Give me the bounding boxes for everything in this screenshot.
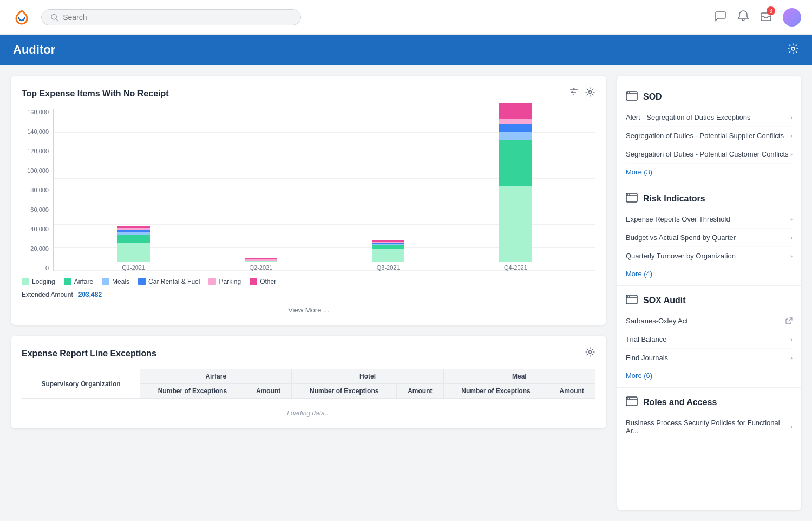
nav-item-find-journals-label: Find Journals xyxy=(626,354,668,362)
risk-more-link[interactable]: More (4) xyxy=(626,265,793,279)
roles-icon xyxy=(626,396,638,408)
nav-item-find-journals[interactable]: Find Journals › xyxy=(626,349,793,367)
col-header-org: Supervisory Organization xyxy=(22,369,140,399)
nav-item-sarbanes[interactable]: Sarbanes-Oxley Act xyxy=(626,312,793,330)
chevron-right-icon: › xyxy=(790,252,793,260)
svg-point-26 xyxy=(627,398,628,399)
y-label-6: 120,000 xyxy=(27,148,49,154)
sod-icon xyxy=(626,91,638,103)
col-header-meal-exceptions: Number of Exceptions xyxy=(443,384,548,399)
svg-point-19 xyxy=(629,194,630,195)
svg-point-15 xyxy=(629,92,630,93)
sox-audit-heading: SOX Audit xyxy=(626,288,793,312)
q4-lodging xyxy=(499,186,532,262)
y-label-0: 0 xyxy=(45,265,49,271)
q4-meals xyxy=(499,132,532,140)
search-input[interactable] xyxy=(63,13,292,22)
sod-title: SOD xyxy=(643,92,662,102)
page-header: Auditor xyxy=(0,35,812,65)
q3-lodging xyxy=(372,249,404,262)
table-settings-icon[interactable] xyxy=(585,347,595,360)
col-header-airfare: Airfare xyxy=(140,369,292,384)
svg-point-10 xyxy=(589,91,592,94)
view-more-link[interactable]: View More ... xyxy=(22,306,595,314)
page-settings-icon[interactable] xyxy=(787,43,799,57)
roles-access-title: Roles and Access xyxy=(643,398,717,407)
q1-airfare xyxy=(117,235,150,243)
roles-access-heading: Roles and Access xyxy=(626,390,793,414)
q4-airfare xyxy=(499,140,532,186)
nav-item-trial-balance[interactable]: Trial Balance › xyxy=(626,330,793,349)
nav-item-sod-customer[interactable]: Segregation of Duties - Potential Custom… xyxy=(626,145,793,164)
chart-settings-icon[interactable] xyxy=(585,87,595,100)
nav-item-business-process-label: Business Process Security Policies for F… xyxy=(626,419,790,435)
svg-point-23 xyxy=(629,296,630,297)
svg-point-27 xyxy=(629,398,630,399)
chart-card: Top Expense Items With No Receipt xyxy=(11,76,606,325)
q1-lodging xyxy=(117,243,150,262)
nav-item-budget-actual-label: Budget vs Actual Spend by Quarter xyxy=(626,233,736,242)
top-navigation: 3 xyxy=(0,0,812,35)
roles-access-section: Roles and Access Business Process Securi… xyxy=(617,390,801,447)
search-bar[interactable] xyxy=(41,9,301,25)
svg-point-9 xyxy=(571,91,573,93)
y-label-8: 160,000 xyxy=(27,109,49,115)
nav-item-sod-supplier-label: Segregation of Duties - Potential Suppli… xyxy=(626,132,784,140)
chat-icon[interactable] xyxy=(715,10,726,24)
filter-icon[interactable] xyxy=(568,87,579,100)
nav-item-quarterly-turnover[interactable]: Quarterly Turnover by Organization › xyxy=(626,247,793,265)
extended-amount-row: Extended Amount 203,482 xyxy=(22,291,595,298)
right-panel: SOD Alert - Segregation of Duties Except… xyxy=(617,76,801,510)
y-label-1: 20,000 xyxy=(30,245,49,252)
q4-label: Q4-2021 xyxy=(504,264,527,271)
col-header-hotel-exceptions: Number of Exceptions xyxy=(292,384,397,399)
sox-audit-section: SOX Audit Sarbanes-Oxley Act Trial Balan… xyxy=(617,288,801,388)
table-row: Loading data... xyxy=(22,399,595,428)
svg-point-18 xyxy=(627,194,628,195)
extended-amount-label: Extended Amount xyxy=(22,291,73,298)
inbox-badge: 3 xyxy=(767,6,775,15)
q2-label: Q2-2021 xyxy=(249,264,272,271)
y-label-3: 60,000 xyxy=(30,206,49,213)
sox-more-link[interactable]: More (6) xyxy=(626,367,793,381)
table-title: Expense Report Line Exceptions xyxy=(22,349,156,359)
sod-more-link[interactable]: More (3) xyxy=(626,164,793,177)
legend-other: Other xyxy=(250,278,276,285)
svg-point-0 xyxy=(11,6,32,28)
chevron-right-icon: › xyxy=(790,151,793,158)
y-label-7: 140,000 xyxy=(27,128,49,135)
legend-lodging: Lodging xyxy=(22,278,55,285)
sod-section: SOD Alert - Segregation of Duties Except… xyxy=(617,84,801,184)
nav-item-sarbanes-label: Sarbanes-Oxley Act xyxy=(626,317,688,325)
nav-icons: 3 xyxy=(715,8,801,27)
nav-item-expense-threshold[interactable]: Expense Reports Over Threshold › xyxy=(626,210,793,229)
sox-audit-title: SOX Audit xyxy=(643,296,686,305)
left-panel: Top Expense Items With No Receipt xyxy=(11,76,606,510)
notification-icon[interactable] xyxy=(737,10,749,24)
extended-amount-value: 203,482 xyxy=(78,291,102,298)
svg-point-22 xyxy=(627,296,628,297)
inbox-icon[interactable]: 3 xyxy=(760,10,772,24)
user-avatar[interactable] xyxy=(783,8,801,27)
chevron-right-icon: › xyxy=(790,132,793,140)
q3-label: Q3-2021 xyxy=(377,264,400,271)
q2-lodging xyxy=(245,261,277,262)
search-icon xyxy=(50,13,58,22)
expense-table: Supervisory Organization Airfare Hotel M… xyxy=(22,369,595,428)
q3-airfare xyxy=(372,245,404,249)
nav-item-sod-supplier[interactable]: Segregation of Duties - Potential Suppli… xyxy=(626,127,793,145)
q4-parking xyxy=(499,119,532,124)
col-header-meal-amount: Amount xyxy=(548,384,595,399)
nav-item-business-process[interactable]: Business Process Security Policies for F… xyxy=(626,414,793,440)
sox-icon xyxy=(626,295,638,307)
col-header-airfare-exceptions: Number of Exceptions xyxy=(140,384,245,399)
nav-item-expense-threshold-label: Expense Reports Over Threshold xyxy=(626,215,730,223)
nav-item-sod-alert[interactable]: Alert - Segregation of Duties Exceptions… xyxy=(626,108,793,127)
nav-item-quarterly-turnover-label: Quarterly Turnover by Organization xyxy=(626,252,736,260)
nav-item-budget-actual[interactable]: Budget vs Actual Spend by Quarter › xyxy=(626,229,793,247)
legend-airfare: Airfare xyxy=(64,278,93,285)
col-header-hotel: Hotel xyxy=(292,369,443,384)
nav-item-trial-balance-label: Trial Balance xyxy=(626,335,666,343)
svg-point-8 xyxy=(573,88,575,90)
col-header-airfare-amount: Amount xyxy=(245,384,292,399)
